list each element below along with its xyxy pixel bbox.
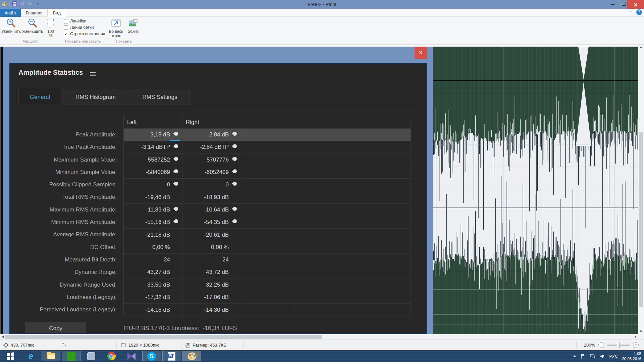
zoom-slider[interactable] <box>607 345 630 346</box>
stat-row-label: Possibly Clipped Samples: <box>10 178 120 191</box>
taskbar-app-generic[interactable] <box>82 351 101 361</box>
stat-row-label: Peak Amplitude: <box>10 128 120 141</box>
checkbox-label: Строка состояния <box>70 32 105 36</box>
marker-pin-icon[interactable] <box>173 156 179 162</box>
stat-table-row[interactable]: -3,15 dB-2,84 dB <box>124 129 411 141</box>
taskbar-app-chrome[interactable] <box>102 351 121 361</box>
column-header-empty <box>241 116 411 128</box>
taskbar-app-skype[interactable]: S <box>142 351 161 361</box>
zoom-100-button[interactable]: 100% <box>44 18 58 38</box>
minimize-button[interactable] <box>608 0 618 9</box>
stat-cell-empty <box>241 291 411 303</box>
stat-table-row[interactable]: 00 <box>124 179 411 191</box>
stat-table-row[interactable]: -19,46 dB-18,93 dB <box>124 191 411 203</box>
stat-table-row[interactable]: -14,18 dB-14,30 dB <box>124 304 411 316</box>
paint-canvas[interactable]: × Amplitude Statistics GeneralRMS Histog… <box>0 45 638 334</box>
marker-pin-icon[interactable] <box>232 143 238 149</box>
zoom-slider-thumb[interactable] <box>617 342 620 348</box>
ribbon-separator <box>143 18 143 42</box>
copy-button[interactable]: Copy <box>25 322 86 334</box>
action-center-flag-icon[interactable] <box>580 354 586 359</box>
window-controls: ✕ <box>608 0 644 9</box>
taskbar-app-word[interactable]: W <box>162 351 181 361</box>
stat-table-row[interactable]: -5840069-6052409 <box>124 166 411 179</box>
stat-cell-right: -10,64 dB <box>182 204 241 216</box>
marker-pin-icon[interactable] <box>173 131 179 137</box>
panel-tab-rms-settings[interactable]: RMS Settings <box>130 89 190 105</box>
panel-tab-rms-histogram[interactable]: RMS Histogram <box>61 89 130 105</box>
stat-table-row[interactable]: 55872525707776 <box>124 154 411 166</box>
scroll-down-icon[interactable] <box>640 330 642 333</box>
zoom-in-status-button[interactable]: + <box>633 342 639 348</box>
fullscreen-button[interactable]: Во весь экран <box>107 18 125 38</box>
stat-cell-left: -5840069 <box>124 166 182 178</box>
stat-cell-left: -55,16 dB <box>124 216 182 228</box>
checkbox-icon[interactable] <box>64 19 68 23</box>
thumbnail-button[interactable]: Эскиз <box>125 18 141 34</box>
vertical-scroll-thumb[interactable] <box>639 132 643 307</box>
checkbox-label: Линейки <box>70 19 86 23</box>
close-button[interactable]: ✕ <box>627 0 644 10</box>
vertical-scrollbar[interactable] <box>638 45 644 334</box>
volume-icon[interactable] <box>600 354 605 359</box>
help-icon[interactable]: ? <box>636 9 642 15</box>
checkbox-rulers[interactable]: Линейки <box>64 18 105 24</box>
network-icon[interactable] <box>590 354 596 359</box>
stat-table-row[interactable]: -21,18 dB-20,61 dB <box>124 229 411 241</box>
zoom-in-button[interactable]: Увеличить <box>1 18 21 34</box>
marker-pin-icon[interactable] <box>173 168 179 174</box>
zoom-out-status-button[interactable]: − <box>598 342 604 348</box>
marker-pin-icon[interactable] <box>232 206 238 212</box>
stats-label-column: Peak Amplitude:True Peak Amplitude:Maxim… <box>10 128 120 316</box>
stat-table-row[interactable]: -55,16 dB-54,35 dB <box>124 216 411 229</box>
tab-file[interactable]: Файл <box>0 9 21 17</box>
zoom-out-button[interactable]: Уменьшить <box>21 18 44 34</box>
stat-table-row[interactable]: -17,32 dB-17,06 dB <box>124 291 411 304</box>
panel-close-button[interactable]: × <box>415 47 427 59</box>
stat-table-row[interactable]: 0,00 %0,00 % <box>124 241 411 254</box>
show-hidden-icons[interactable] <box>573 355 576 357</box>
marker-pin-icon[interactable] <box>232 219 238 224</box>
panel-menu-icon[interactable] <box>90 72 96 77</box>
taskbar-app-media-player[interactable] <box>122 351 141 361</box>
tab-view[interactable]: Вид <box>47 9 66 17</box>
taskbar-app-file-explorer[interactable] <box>42 351 60 361</box>
start-button[interactable] <box>0 350 21 362</box>
scroll-left-icon[interactable] <box>2 336 4 338</box>
taskbar-app-windows-store[interactable] <box>62 351 80 361</box>
scroll-up-icon[interactable] <box>640 46 642 48</box>
marker-pin-icon[interactable] <box>173 143 179 149</box>
marker-pin-icon[interactable] <box>173 181 179 187</box>
marker-pin-icon[interactable] <box>232 156 238 162</box>
stat-table-row[interactable]: 43,27 dB43,72 dB <box>124 266 411 279</box>
checkbox-icon[interactable]: ✓ <box>64 32 68 36</box>
stat-table-row[interactable]: -3,14 dBTP-2,84 dBTP <box>124 141 411 154</box>
marker-pin-icon[interactable] <box>232 168 238 174</box>
stat-cell-left: 0,00 % <box>124 241 182 253</box>
taskbar-app-paint[interactable] <box>182 351 201 361</box>
stat-table-row[interactable]: -11,89 dB-10,64 dB <box>124 204 411 216</box>
marker-pin-icon[interactable] <box>232 131 238 137</box>
stat-table-row[interactable]: 33,50 dB32,25 dB <box>124 279 411 291</box>
scroll-right-icon[interactable] <box>635 336 637 338</box>
language-indicator[interactable]: РУС <box>609 354 618 359</box>
checkbox-gridlines[interactable]: Линии сетки <box>64 24 105 31</box>
checkbox-statusbar[interactable]: ✓Строка состояния <box>64 31 105 37</box>
horizontal-scrollbar[interactable] <box>0 334 638 340</box>
clock[interactable]: 1:05 20.08.2016 <box>622 351 641 361</box>
panel-tab-general[interactable]: General <box>18 89 61 105</box>
status-bar: 430, 707пкс 1920 × 1080пкс Размер: 463,7… <box>0 340 644 350</box>
stat-row-label: Loudness (Legacy): <box>10 291 120 303</box>
group-label-scale: Масштаб <box>0 39 61 43</box>
checkbox-icon[interactable] <box>64 25 68 30</box>
marker-pin-icon[interactable] <box>173 219 179 224</box>
horizontal-scroll-thumb[interactable] <box>5 335 322 339</box>
window-title: Free-2 - Paint <box>0 0 644 9</box>
tab-home[interactable]: Главная <box>21 9 47 17</box>
marker-pin-icon[interactable] <box>232 181 238 187</box>
collapse-ribbon-icon[interactable]: ⌃ <box>629 10 632 15</box>
stat-table-row[interactable]: 2424 <box>124 254 411 266</box>
restore-button[interactable] <box>618 0 627 9</box>
taskbar-app-internet-explorer[interactable]: e <box>21 351 40 361</box>
marker-pin-icon[interactable] <box>173 206 179 212</box>
